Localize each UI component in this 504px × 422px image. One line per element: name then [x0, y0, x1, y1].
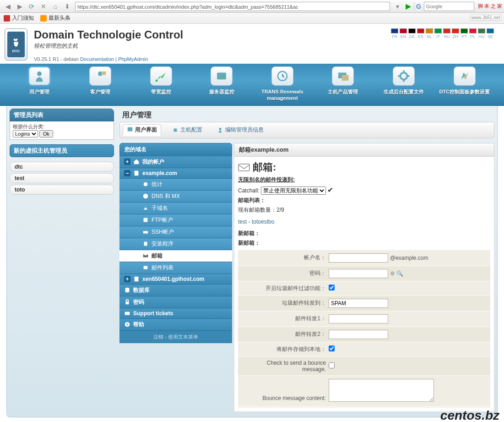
admin-list-item[interactable]: test	[10, 173, 114, 183]
expand-icon[interactable]: +	[124, 159, 130, 165]
bounce-textarea[interactable]	[329, 379, 434, 402]
documentation-link[interactable]: Documentation	[80, 56, 114, 62]
flag-it[interactable]	[434, 28, 442, 33]
go-icon[interactable]: ▶	[404, 2, 413, 11]
bookmark-item[interactable]: 入门须知	[4, 14, 34, 22]
search-icon[interactable]: 🔍	[396, 270, 403, 277]
tree-subitem[interactable]: DNS 和 MX	[119, 191, 232, 203]
phpmyadmin-link[interactable]: PhpMyAdmin	[118, 56, 148, 62]
flag-label[interactable]: FR	[391, 34, 398, 39]
flag-label[interactable]: ZH	[452, 34, 459, 39]
left-column: 管理员列表 根据什么分类: Logins Ok 新的虚拟主机管理员 dtctes…	[7, 106, 117, 417]
nav-icon	[150, 66, 172, 86]
admin-list-item[interactable]: toto	[10, 185, 114, 195]
forward-icon[interactable]: ▶	[15, 1, 25, 11]
right-column: 用户管理 用户界面主机配置编辑管理员信息 您的域名 + 我的帐户 − examp…	[117, 106, 497, 417]
tree-subitem[interactable]: FTP帐户	[119, 214, 232, 226]
flag-hu[interactable]	[478, 28, 485, 33]
stop-icon[interactable]: ✕	[38, 1, 49, 11]
search-input[interactable]	[424, 2, 474, 11]
tab-icon	[217, 127, 223, 133]
home-icon[interactable]: ⌂	[50, 1, 60, 11]
catchall-select[interactable]: 禁止使用无限别名功能	[261, 186, 326, 195]
flag-en[interactable]	[400, 28, 407, 33]
storelocal-checkbox[interactable]	[329, 345, 335, 351]
search-engine-icon[interactable]: G	[416, 3, 421, 10]
nav-item[interactable]: 服务器监控	[191, 66, 252, 102]
new-vhost-admin-header[interactable]: 新的虚拟主机管理员	[10, 144, 114, 157]
account-input[interactable]	[329, 253, 388, 263]
tab[interactable]: 主机配置	[168, 124, 206, 136]
nav-item[interactable]: 带宽监控	[130, 66, 191, 102]
bookmark-item[interactable]: 最新头条	[40, 14, 70, 22]
bounce-checkbox[interactable]	[329, 362, 335, 368]
nav-item[interactable]: 客户管理	[70, 66, 131, 102]
tree-subitem[interactable]: SSH帐户	[119, 226, 232, 238]
check-icon[interactable]: ✔	[327, 186, 333, 194]
spamfwd-input[interactable]	[329, 299, 388, 308]
nav-item[interactable]: DTC控制面板参数设置	[434, 66, 495, 102]
tree-help[interactable]: ?帮助	[119, 319, 232, 331]
flag-label[interactable]: PL	[469, 34, 477, 39]
flag-label[interactable]: IT	[434, 34, 442, 39]
flag-zh[interactable]	[452, 28, 459, 33]
fwd2-input[interactable]	[329, 330, 388, 339]
tree-subitem[interactable]: 统计	[119, 179, 232, 191]
tree-domain-closed[interactable]: + xen650401.gplhost.com	[119, 274, 232, 285]
back-icon[interactable]: ◀	[3, 1, 13, 11]
tree-subitem[interactable]: 邮箱	[119, 250, 232, 262]
mail-title: 邮箱:	[238, 160, 490, 174]
tree-support[interactable]: Support tickets	[119, 308, 232, 319]
ticket-icon	[124, 310, 130, 317]
dropdown-icon[interactable]: ▾	[393, 1, 403, 11]
flag-label[interactable]: EN	[400, 34, 407, 39]
ok-button[interactable]: Ok	[39, 130, 53, 137]
mailbox-link[interactable]: totoestbo	[252, 219, 274, 225]
flag-fr[interactable]	[391, 28, 398, 33]
tree-subitem[interactable]: 子域名	[119, 203, 232, 214]
tree-domain-open[interactable]: − example.com	[119, 168, 232, 179]
nav-label: 服务器监控	[191, 88, 252, 95]
tree-database[interactable]: 数据库	[119, 285, 232, 296]
svg-rect-23	[238, 164, 249, 171]
flag-se[interactable]	[487, 28, 494, 33]
nav-item[interactable]: TRANS Renewals management	[252, 66, 313, 102]
tree-subitem[interactable]: 安装程序	[119, 238, 232, 250]
flag-nl[interactable]	[426, 28, 433, 33]
download-icon[interactable]: ⬇	[62, 1, 72, 11]
tab[interactable]: 用户界面	[123, 124, 161, 136]
gear-icon[interactable]: ⚙	[390, 270, 396, 277]
admin-list-item[interactable]: dtc	[10, 162, 114, 172]
group-by-select[interactable]: Logins	[13, 130, 38, 137]
flag-label[interactable]: RU	[443, 34, 450, 39]
flag-de[interactable]	[408, 28, 416, 33]
form-label-spamfilter: 开启垃圾邮件过滤功能：	[242, 285, 329, 292]
url-bar[interactable]: https://dtc.xen650401.gplhost.com/dtcadm…	[75, 2, 390, 11]
mailbox-link[interactable]: test	[238, 219, 247, 225]
tab[interactable]: 编辑管理员信息	[213, 124, 267, 136]
nav-item[interactable]: 生成后台配置文件	[374, 66, 434, 102]
flag-label[interactable]: DE	[408, 34, 416, 39]
fwd1-input[interactable]	[329, 314, 388, 323]
spamfilter-checkbox[interactable]	[329, 285, 335, 290]
nav-icon	[89, 66, 111, 86]
flag-label[interactable]: HU	[478, 34, 485, 39]
flag-ru[interactable]	[443, 28, 450, 33]
flag-pt[interactable]	[461, 28, 468, 33]
flag-label[interactable]: NL	[426, 34, 433, 39]
reload-icon[interactable]: ⟳	[27, 1, 37, 11]
password-input[interactable]	[329, 269, 388, 278]
nav-item[interactable]: 用户管理	[9, 66, 70, 102]
tree-my-account[interactable]: + 我的帐户	[119, 156, 232, 168]
flag-label[interactable]: PT	[461, 34, 468, 39]
tree-password[interactable]: 密码	[119, 296, 232, 308]
tree-subitem[interactable]: 邮件列表	[119, 262, 232, 274]
flag-label[interactable]: SE	[487, 34, 494, 39]
flag-es[interactable]	[417, 28, 424, 33]
expand-icon[interactable]: +	[124, 276, 130, 282]
flag-label[interactable]: ES	[417, 34, 424, 39]
collapse-icon[interactable]: −	[124, 170, 130, 176]
flag-pl[interactable]	[469, 28, 477, 33]
nav-item[interactable]: 主机产品管理	[313, 66, 374, 102]
tree-logout[interactable]: 注销 - 使用文本菜单	[119, 331, 232, 343]
